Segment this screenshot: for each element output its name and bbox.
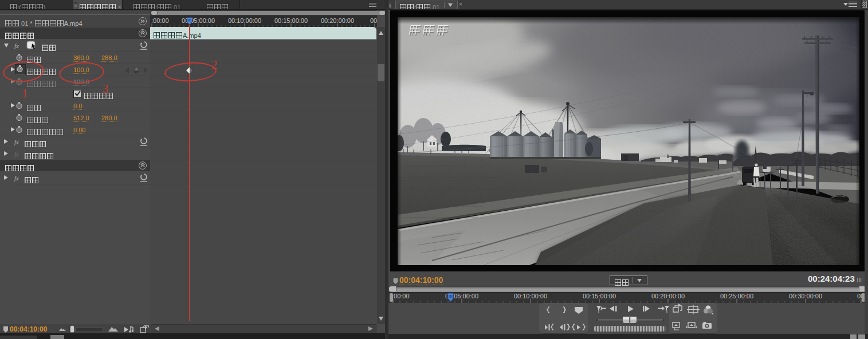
svg-text:00:10:00:00: 00:10:00:00 [228, 17, 261, 24]
svg-text:00:20:00:00: 00:20:00:00 [321, 17, 354, 24]
svg-text:00:30:00:00: 00:30:00:00 [789, 293, 822, 299]
svg-text:00:20:00:00: 00:20:00:00 [651, 293, 685, 299]
svg-text:00:15:00:00: 00:15:00:00 [274, 17, 308, 24]
svg-text::00:00: :00:00 [151, 17, 169, 24]
svg-text:00:15:00:00: 00:15:00:00 [583, 293, 616, 299]
svg-text:00:10:00:00: 00:10:00:00 [514, 293, 547, 299]
svg-text:00:25:00:00: 00:25:00:00 [720, 293, 753, 299]
svg-text::00:00: :00:00 [392, 293, 410, 299]
svg-text:00:: 00: [370, 17, 377, 24]
